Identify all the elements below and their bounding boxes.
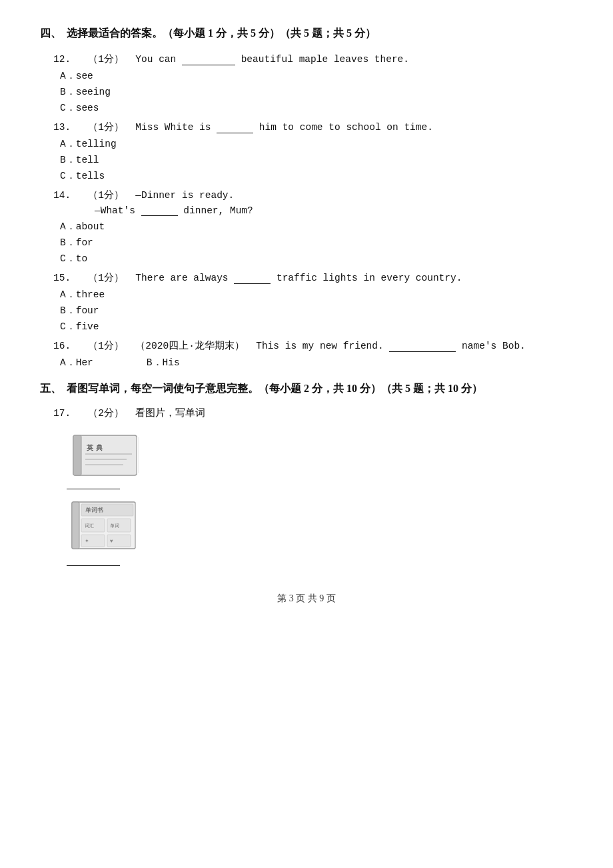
q13-optA: A．telling xyxy=(53,137,573,150)
q14-optA: A．about xyxy=(53,220,573,233)
section5-number: 五、 xyxy=(40,382,61,396)
footer-text: 第 3 页 共 9 页 xyxy=(277,593,336,603)
q17-answer-line-1 xyxy=(67,489,120,489)
q14-optB: B．for xyxy=(53,236,573,249)
svg-text:词汇: 词汇 xyxy=(85,523,94,528)
question-16: 16. （1分） （2020四上·龙华期末） This is my new fr… xyxy=(40,339,573,369)
question-13: 13. （1分） Miss White is him to come to sc… xyxy=(40,121,573,182)
q12-number: 12. xyxy=(53,54,83,65)
page-footer: 第 3 页 共 9 页 xyxy=(40,593,573,605)
q17-number: 17. xyxy=(53,408,83,419)
svg-rect-10 xyxy=(72,502,79,549)
q17-text: 看图片，写单词 xyxy=(135,408,205,419)
q15-text: There are always traffic lights in every… xyxy=(135,273,462,283)
q13-optC: C．tells xyxy=(53,169,573,182)
q16-line: 16. （1分） （2020四上·龙华期末） This is my new fr… xyxy=(53,339,573,352)
q12-optC: C．sees xyxy=(53,101,573,114)
question-15: 15. （1分） There are always traffic lights… xyxy=(40,271,573,333)
q16-text: This is my new friend. name's Bob. xyxy=(256,341,526,351)
section5-title: 看图写单词，每空一词使句子意思完整。（每小题 2 分，共 10 分）（共 5 题… xyxy=(67,382,482,396)
question-12: 12. （1分） You can beautiful maple leaves … xyxy=(40,53,573,114)
q12-optA: A．see xyxy=(53,69,573,82)
section4-number: 四、 xyxy=(40,27,61,41)
q17-line: 17. （2分） 看图片，写单词 xyxy=(53,407,573,419)
q13-line: 13. （1分） Miss White is him to come to sc… xyxy=(53,121,573,133)
vocab-book-svg: 单词书 词汇 单词 ✦ ♥ xyxy=(67,499,147,559)
q14-text1: —Dinner is ready. xyxy=(135,190,234,201)
q13-text: Miss White is him to come to school on t… xyxy=(135,122,433,133)
q13-number: 13. xyxy=(53,122,83,133)
q15-score: （1分） xyxy=(88,273,129,283)
q12-score: （1分） xyxy=(88,54,129,65)
image-english-book: 英 典 xyxy=(67,429,573,485)
english-book-svg: 英 典 xyxy=(67,429,147,482)
q14-number: 14. xyxy=(53,190,83,201)
svg-rect-0 xyxy=(73,435,137,475)
q15-optB: B．four xyxy=(53,304,573,317)
q14-line2: —What's dinner, Mum? xyxy=(53,205,573,216)
q16-score: （1分） xyxy=(88,341,129,351)
svg-rect-1 xyxy=(73,435,81,475)
q16-number: 16. xyxy=(53,341,83,351)
question-14: 14. （1分） —Dinner is ready. —What's dinne… xyxy=(40,189,573,265)
svg-text:英: 英 xyxy=(86,444,94,451)
svg-text:单词: 单词 xyxy=(110,523,119,528)
q14-text2: —What's dinner, Mum? xyxy=(95,205,253,216)
section5-header: 五、 看图写单词，每空一词使句子意思完整。（每小题 2 分，共 10 分）（共 … xyxy=(40,382,573,396)
q14-score: （1分） xyxy=(88,190,129,201)
q17-score: （2分） xyxy=(88,408,129,419)
image-vocab-book: 单词书 词汇 单词 ✦ ♥ xyxy=(67,499,573,561)
q14-line1: 14. （1分） —Dinner is ready. xyxy=(53,189,573,201)
q16-options: A．Her B．His xyxy=(53,356,573,369)
q12-line: 12. （1分） You can beautiful maple leaves … xyxy=(53,53,573,65)
svg-text:✦: ✦ xyxy=(85,538,89,544)
q15-optC: C．five xyxy=(53,320,573,333)
q16-tag: （2020四上·龙华期末） xyxy=(135,341,250,351)
q13-optB: B．tell xyxy=(53,153,573,166)
q15-number: 15. xyxy=(53,273,83,283)
svg-text:典: 典 xyxy=(96,444,103,451)
q12-optB: B．seeing xyxy=(53,85,573,98)
q14-optC: C．to xyxy=(53,252,573,265)
q17-answer-line-2 xyxy=(67,565,120,566)
svg-text:单词书: 单词书 xyxy=(85,507,103,513)
q12-text: You can beautiful maple leaves there. xyxy=(135,54,409,65)
section4-header: 四、 选择最适合的答案。（每小题 1 分，共 5 分）（共 5 题；共 5 分） xyxy=(40,27,573,41)
q15-optA: A．three xyxy=(53,288,573,301)
svg-text:♥: ♥ xyxy=(110,538,113,544)
q13-score: （1分） xyxy=(88,122,129,133)
question-17: 17. （2分） 看图片，写单词 英 典 xyxy=(40,407,573,566)
q16-optB: B．His xyxy=(147,356,180,369)
section4-title: 选择最适合的答案。（每小题 1 分，共 5 分）（共 5 题；共 5 分） xyxy=(67,27,376,41)
q16-optA: A．Her xyxy=(60,356,93,369)
q15-line: 15. （1分） There are always traffic lights… xyxy=(53,271,573,284)
